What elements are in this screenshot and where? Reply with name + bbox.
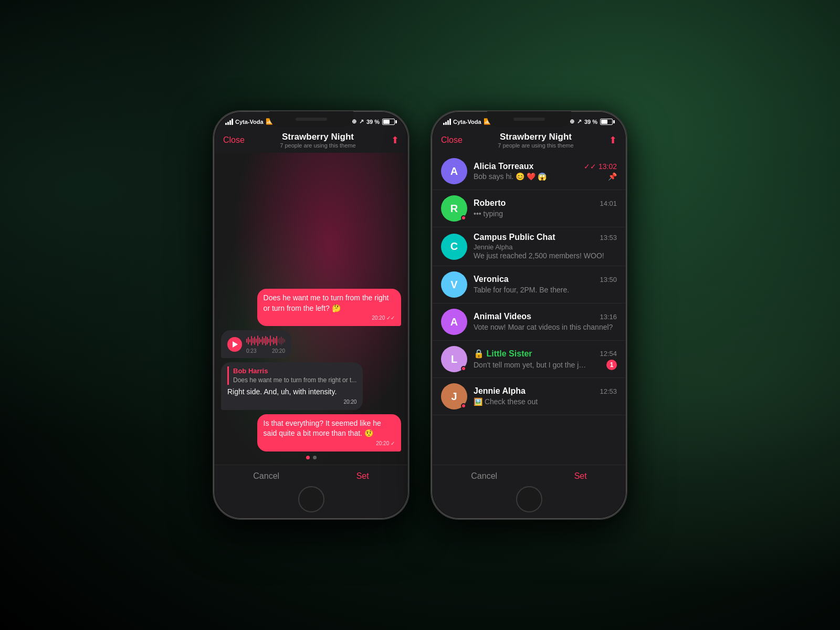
theme-title-2: Strawberry Night bbox=[498, 132, 573, 142]
signal-bar-2 bbox=[227, 122, 229, 125]
phone-1-home[interactable] bbox=[298, 486, 324, 512]
chat-item-alicia[interactable]: A Alicia Torreaux ✓✓ 13:02 Bob says hi. … bbox=[433, 153, 625, 190]
wave-17 bbox=[271, 339, 272, 342]
avatar-animal: A bbox=[441, 309, 467, 335]
wave-19 bbox=[275, 338, 276, 343]
signal-icon-2: ↗ bbox=[577, 118, 582, 125]
avatar-sister: L bbox=[441, 346, 467, 372]
chat-info-alicia: Alicia Torreaux ✓✓ 13:02 Bob says hi. 😊 … bbox=[474, 162, 617, 181]
battery-cap-2 bbox=[613, 120, 615, 123]
signal-bar-1 bbox=[225, 123, 227, 125]
signal-bars-2 bbox=[443, 119, 451, 125]
wave-4 bbox=[251, 336, 252, 345]
message-3-time: 20:20 bbox=[227, 398, 356, 406]
badge-sister: 1 bbox=[606, 360, 617, 370]
chat-time-jennie: 12:53 bbox=[600, 387, 617, 395]
chat-name-row-animal: Animal Videos 13:16 bbox=[474, 312, 617, 321]
battery-cap bbox=[395, 120, 397, 123]
phone-2-screen: Cyta-Voda 📶 11:19 ⊕ ↗ 39 % bbox=[433, 112, 625, 518]
battery-fill-2 bbox=[601, 120, 607, 124]
wifi-icon-2: 📶 bbox=[484, 118, 491, 125]
wave-22 bbox=[279, 338, 280, 344]
phone-2-share-btn[interactable]: ⬆ bbox=[609, 134, 617, 146]
wifi-icon: 📶 bbox=[266, 118, 273, 125]
message-4-text: Is that everything? It seemed like he sa… bbox=[264, 418, 395, 439]
reply-name: Bob Harris bbox=[233, 366, 356, 376]
phone-1-close-btn[interactable]: Close bbox=[223, 135, 245, 145]
theme-subtitle: 7 people are using this theme bbox=[280, 142, 355, 149]
chat-item-veronica[interactable]: V Veronica 13:50 Table for four, 2PM. Be… bbox=[433, 266, 625, 303]
chat-item-roberto[interactable]: R Roberto 14:01 ••• typing bbox=[433, 190, 625, 227]
chat-name-row-campus: Campus Public Chat 13:53 bbox=[474, 233, 617, 242]
phone-2-cancel-btn[interactable]: Cancel bbox=[471, 471, 497, 481]
signal-bar-3 bbox=[229, 120, 231, 125]
phone-1-theme-nav: Close Strawberry Night 7 people are usin… bbox=[215, 128, 407, 153]
chat-name-row-alicia: Alicia Torreaux ✓✓ 13:02 bbox=[474, 162, 617, 171]
play-icon bbox=[233, 341, 238, 348]
chat-name-row-roberto: Roberto 14:01 bbox=[474, 198, 617, 208]
phone-2-status-right: ⊕ ↗ 39 % bbox=[570, 118, 615, 125]
phone-1-screen: Cyta-Voda 📶 11:19 ⊕ ↗ 39 % bbox=[215, 112, 407, 518]
phone-2: Cyta-Voda 📶 11:19 ⊕ ↗ 39 % bbox=[430, 110, 627, 520]
battery-body-2 bbox=[600, 119, 613, 125]
wave-9 bbox=[259, 338, 260, 344]
pin-icon-alicia: 📌 bbox=[608, 172, 617, 181]
typing-indicator: ••• typing bbox=[474, 209, 503, 218]
avatar-dot-roberto bbox=[461, 215, 466, 220]
sb4 bbox=[449, 119, 451, 125]
phone-1-share-btn[interactable]: ⬆ bbox=[391, 134, 399, 146]
waveform bbox=[246, 334, 285, 347]
reply-text: Does he want me to turn from the right o… bbox=[233, 376, 356, 385]
wave-23 bbox=[281, 337, 282, 345]
theme-title: Strawberry Night bbox=[280, 132, 355, 142]
phone-1-carrier: Cyta-Voda 📶 bbox=[225, 118, 273, 125]
chat-preview-sister: Don't tell mom yet, but I got the job! I… bbox=[474, 361, 589, 369]
wave-24 bbox=[282, 338, 284, 343]
wave-21 bbox=[278, 339, 279, 343]
chat-item-jennie[interactable]: J Jennie Alpha 12:53 🖼️ Check these out bbox=[433, 378, 625, 415]
phone-2-speaker bbox=[513, 118, 545, 121]
wave-25 bbox=[284, 339, 285, 342]
wave-18 bbox=[273, 337, 274, 344]
chat-item-campus[interactable]: C Campus Public Chat 13:53 Jennie Alpha … bbox=[433, 227, 625, 266]
chat-sender-campus: Jennie Alpha bbox=[474, 243, 617, 251]
sb2 bbox=[445, 122, 447, 125]
dot-2[interactable] bbox=[313, 456, 317, 459]
chat-typing-roberto: ••• typing bbox=[474, 209, 617, 218]
battery-fill bbox=[383, 120, 390, 124]
phone-1-set-btn[interactable]: Set bbox=[356, 471, 369, 481]
phone-2-set-btn[interactable]: Set bbox=[574, 471, 587, 481]
phones-container: Cyta-Voda 📶 11:19 ⊕ ↗ 39 % bbox=[213, 110, 627, 520]
chat-preview-row-alicia: Bob says hi. 😊 ❤️ 😱 📌 bbox=[474, 172, 617, 181]
avatar-roberto: R bbox=[441, 195, 467, 222]
wave-10 bbox=[260, 339, 261, 342]
phone-2-home[interactable] bbox=[516, 486, 542, 512]
play-button[interactable] bbox=[227, 337, 242, 352]
phone-1-cancel-btn[interactable]: Cancel bbox=[253, 471, 279, 481]
wave-8 bbox=[257, 335, 258, 346]
carrier-name-2: Cyta-Voda bbox=[453, 119, 481, 125]
chat-preview-row-campus: Jennie Alpha We just reached 2,500 membe… bbox=[474, 243, 617, 260]
phone-1-speaker bbox=[296, 118, 327, 121]
voice-bottom: 0:23 20:20 bbox=[246, 348, 285, 354]
chat-time-veronica: 13:50 bbox=[600, 276, 617, 284]
message-1-text: Does he want me to turn from the right o… bbox=[264, 293, 395, 313]
location-icon: ⊕ bbox=[352, 118, 356, 125]
phone-2-theme-nav: Close Strawberry Night 7 people are usin… bbox=[433, 128, 625, 153]
phone-2-power bbox=[626, 195, 627, 232]
avatar-dot-sister bbox=[461, 366, 466, 371]
phone-1-vol-down bbox=[213, 216, 214, 243]
dot-1[interactable] bbox=[306, 456, 310, 459]
phone-2-close-btn[interactable]: Close bbox=[441, 135, 463, 145]
reply-block: Bob Harris Does he want me to turn from … bbox=[227, 366, 356, 385]
chat-item-animal[interactable]: A Animal Videos 13:16 Vote now! Moar cat… bbox=[433, 303, 625, 341]
chat-preview-campus: We just reached 2,500 members! WOO! bbox=[474, 251, 604, 260]
voice-content: 0:23 20:20 bbox=[246, 334, 285, 354]
phone-1-chat-bg: Does he want me to turn from the right o… bbox=[215, 153, 407, 465]
chat-name-campus: Campus Public Chat bbox=[474, 233, 555, 242]
message-1-time: 20:20 ✓✓ bbox=[264, 314, 395, 322]
chat-item-sister[interactable]: L 🔒 Little Sister 12:54 Don't tell mom y… bbox=[433, 341, 625, 378]
wave-20 bbox=[276, 336, 277, 345]
chat-name-animal: Animal Videos bbox=[474, 312, 531, 321]
location-icon-2: ⊕ bbox=[570, 118, 574, 125]
